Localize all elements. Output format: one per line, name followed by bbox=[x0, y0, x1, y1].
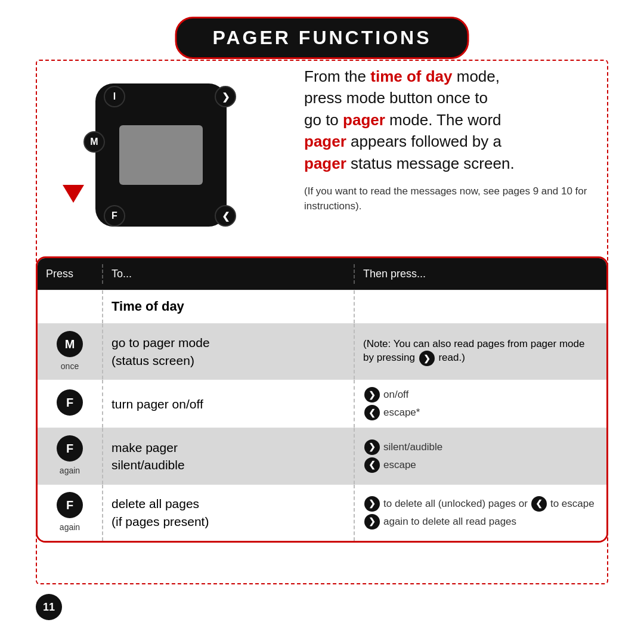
page-number: 11 bbox=[36, 594, 62, 620]
title-banner: PAGER FUNCTIONS bbox=[175, 17, 469, 59]
table-row: F again make pagersilent/audible ❯ silen… bbox=[38, 428, 606, 484]
title-text: PAGER FUNCTIONS bbox=[213, 27, 432, 48]
table-row: M once go to pager mode(status screen) (… bbox=[38, 323, 606, 380]
forward-icon-silent: ❯ bbox=[364, 439, 380, 455]
f-button-icon-2: F bbox=[57, 435, 83, 462]
then-cell-delete: ❯ to delete all (unlocked) pages or ❮ to… bbox=[355, 485, 606, 541]
to-cell-pager: go to pager mode(status screen) bbox=[103, 324, 355, 380]
f-button-icon-3: F bbox=[57, 492, 83, 518]
watch-image: I ❯ M F ❮ bbox=[78, 72, 244, 239]
to-cell-delete: delete all pages(if pages present) bbox=[103, 485, 355, 541]
to-cell-onoff: turn pager on/off bbox=[103, 380, 355, 428]
m-button-icon: M bbox=[57, 331, 83, 357]
forward-icon-delete2: ❯ bbox=[364, 514, 380, 530]
description-text: From the time of day mode, press mode bu… bbox=[286, 60, 608, 214]
forward-icon-delete1: ❯ bbox=[364, 496, 380, 512]
press-cell-f1: F bbox=[38, 380, 103, 428]
button-forward: ❯ bbox=[215, 86, 236, 107]
table-row: Time of day bbox=[38, 290, 606, 323]
header-then: Then press... bbox=[355, 264, 606, 284]
functions-table: Press To... Then press... Time of day M … bbox=[36, 256, 608, 543]
then-cell-pager-note: (Note: You can also read pages from page… bbox=[355, 324, 606, 380]
to-cell-timeofday: Time of day bbox=[103, 290, 355, 323]
button-back: ❮ bbox=[215, 205, 236, 227]
button-i: I bbox=[104, 86, 125, 107]
back-icon-escape3: ❮ bbox=[531, 496, 547, 512]
table-row: F turn pager on/off ❯ on/off ❮ escape* bbox=[38, 379, 606, 428]
header-to: To... bbox=[103, 264, 355, 284]
table-row: F again delete all pages(if pages presen… bbox=[38, 484, 606, 541]
f-button-icon-1: F bbox=[57, 389, 83, 416]
header-press: Press bbox=[38, 264, 103, 284]
button-f: F bbox=[104, 205, 125, 227]
press-cell-f3: F again bbox=[38, 485, 103, 541]
watch-screen bbox=[119, 125, 203, 185]
back-icon-escape2: ❮ bbox=[364, 457, 380, 473]
sub-description: (If you want to read the messages now, s… bbox=[304, 184, 608, 214]
press-cell-f2: F again bbox=[38, 428, 103, 484]
main-description: From the time of day mode, press mode bu… bbox=[304, 66, 608, 174]
press-cell-m: M once bbox=[38, 324, 103, 380]
table-header: Press To... Then press... bbox=[38, 258, 606, 290]
forward-icon-inline: ❯ bbox=[419, 351, 435, 366]
arrow-down-icon bbox=[63, 185, 84, 203]
watch-container: I ❯ M F ❮ bbox=[36, 60, 286, 250]
then-cell-silent: ❯ silent/audible ❮ escape bbox=[355, 428, 606, 484]
top-section: I ❯ M F ❮ From the time of day mode, pre… bbox=[36, 60, 608, 250]
press-cell-empty bbox=[38, 290, 103, 323]
button-m: M bbox=[83, 131, 105, 153]
then-cell-onoff: ❯ on/off ❮ escape* bbox=[355, 380, 606, 428]
then-cell-empty bbox=[355, 290, 606, 323]
forward-icon-onoff: ❯ bbox=[364, 387, 380, 402]
to-cell-silent: make pagersilent/audible bbox=[103, 428, 355, 484]
back-icon-escape1: ❮ bbox=[364, 405, 380, 420]
